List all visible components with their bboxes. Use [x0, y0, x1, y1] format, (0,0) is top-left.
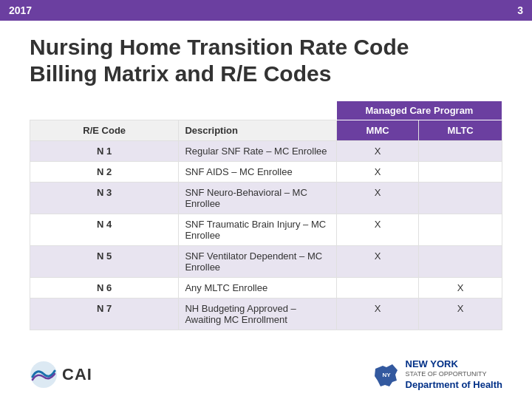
re-code-cell: N 2 — [30, 162, 179, 183]
mltc-cell: X — [419, 299, 502, 330]
svg-text:NY: NY — [382, 372, 391, 378]
description-cell: Any MLTC Enrollee — [179, 278, 337, 299]
mmc-cell: X — [336, 162, 418, 183]
state-of-label: STATE OF OPPORTUNITY — [406, 370, 502, 379]
re-code-header: R/E Code — [30, 120, 179, 141]
mltc-cell — [419, 246, 502, 278]
footer: CAI NY NEW YORK STATE OF OPPORTUNITY Dep… — [0, 358, 532, 392]
table-row: N 4SNF Traumatic Brain Injury – MC Enrol… — [30, 214, 502, 246]
description-cell: NH Budgeting Approved – Awaiting MC Enro… — [179, 299, 337, 330]
table-row: N 5SNF Ventilator Dependent – MC Enrolle… — [30, 246, 502, 278]
mltc-cell — [419, 141, 502, 162]
description-cell: Regular SNF Rate – MC Enrollee — [179, 141, 337, 162]
ny-state-label: NEW YORK — [406, 358, 502, 371]
page-number: 3 — [517, 4, 523, 16]
description-cell: SNF AIDS – MC Enrollee — [179, 162, 337, 183]
mmc-cell: X — [336, 183, 418, 214]
description-cell: SNF Traumatic Brain Injury – MC Enrollee — [179, 214, 337, 246]
column-headers-row: R/E Code Description MMC MLTC — [30, 120, 502, 141]
mmc-cell — [336, 278, 418, 299]
re-code-cell: N 4 — [30, 214, 179, 246]
re-code-cell: N 5 — [30, 246, 179, 278]
table-row: N 3SNF Neuro-Behavioral – MC EnrolleeX — [30, 183, 502, 214]
year-label: 2017 — [9, 4, 32, 16]
main-content: Nursing Home Transition Rate Code Billin… — [0, 21, 532, 338]
mmc-header: MMC — [336, 120, 418, 141]
re-code-cell: N 1 — [30, 141, 179, 162]
managed-care-header: Managed Care Program — [336, 101, 502, 120]
mltc-cell — [419, 214, 502, 246]
empty-cell-2 — [179, 101, 337, 120]
table-row: N 2SNF AIDS – MC EnrolleeX — [30, 162, 502, 183]
description-header: Description — [179, 120, 337, 141]
mltc-cell — [419, 183, 502, 214]
re-code-cell: N 6 — [30, 278, 179, 299]
table-row: N 1Regular SNF Rate – MC EnrolleeX — [30, 141, 502, 162]
table-row: N 6Any MLTC EnrolleeX — [30, 278, 502, 299]
ny-state-icon: NY — [372, 360, 401, 389]
dept-of-health-label: Department of Health — [406, 379, 502, 392]
mltc-header: MLTC — [419, 120, 502, 141]
cai-text: CAI — [62, 365, 92, 384]
ny-logo: NY NEW YORK STATE OF OPPORTUNITY Departm… — [372, 358, 502, 392]
mmc-cell: X — [336, 246, 418, 278]
re-code-cell: N 7 — [30, 299, 179, 330]
mltc-cell: X — [419, 278, 502, 299]
page-title: Nursing Home Transition Rate Code Billin… — [30, 34, 502, 87]
mltc-cell — [419, 162, 502, 183]
mmc-cell: X — [336, 299, 418, 330]
cai-wave-icon — [30, 361, 58, 389]
cai-logo: CAI — [30, 361, 92, 389]
empty-cell-1 — [30, 101, 179, 120]
table-body: N 1Regular SNF Rate – MC EnrolleeXN 2SNF… — [30, 141, 502, 330]
description-cell: SNF Ventilator Dependent – MC Enrollee — [179, 246, 337, 278]
top-bar: 2017 3 — [0, 0, 532, 21]
re-code-cell: N 3 — [30, 183, 179, 214]
mmc-cell: X — [336, 214, 418, 246]
billing-matrix-table: Managed Care Program R/E Code Descriptio… — [30, 100, 502, 330]
table-row: N 7NH Budgeting Approved – Awaiting MC E… — [30, 299, 502, 330]
header-row-managed-care: Managed Care Program — [30, 101, 502, 120]
description-cell: SNF Neuro-Behavioral – MC Enrollee — [179, 183, 337, 214]
ny-dept-text: NEW YORK STATE OF OPPORTUNITY Department… — [406, 358, 502, 392]
mmc-cell: X — [336, 141, 418, 162]
